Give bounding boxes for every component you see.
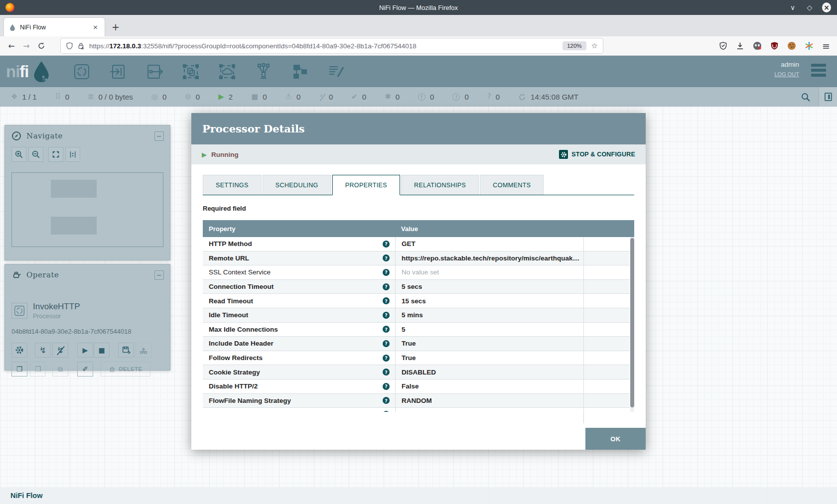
status-count: 1 / 1 [22,93,36,101]
property-name: Follow Redirects [209,354,263,362]
sidebar-toggle-icon [825,93,832,101]
help-icon[interactable]: ? [383,269,390,276]
not-transmitting-icon: ⊘ [185,93,191,101]
help-icon[interactable]: ? [383,326,390,333]
remote-process-group-icon[interactable] [218,63,236,81]
extension-cookie-icon[interactable] [787,41,796,50]
help-icon[interactable]: ? [383,355,390,362]
property-value[interactable]: False [402,382,419,390]
sidebar-toggle[interactable] [819,87,837,107]
help-icon[interactable]: ? [383,254,390,261]
back-icon[interactable]: ← [4,41,19,51]
property-value[interactable]: GET [402,240,416,248]
property-value[interactable]: 15 secs [402,297,426,305]
property-value[interactable]: 5 secs [402,283,422,290]
extension-mask-icon[interactable] [753,41,762,50]
birdseye-minimap[interactable] [11,172,163,247]
help-icon[interactable]: ? [383,383,390,390]
property-value[interactable]: RANDOM [402,397,432,404]
property-value[interactable]: True [402,340,416,347]
forward-icon[interactable]: → [19,41,34,51]
group-button[interactable]: ⧉ [52,362,68,377]
paste-button[interactable]: ❒ [30,362,46,377]
zoom-in-button[interactable] [11,147,26,162]
sync-failure-icon: ? [487,93,491,101]
create-template-button[interactable] [118,343,134,358]
help-icon[interactable]: ? [383,340,390,347]
collapse-icon[interactable]: − [154,131,164,141]
property-value[interactable]: https://repo.stackable.tech/repository/m… [402,254,579,262]
processor-icon[interactable] [73,63,91,81]
tab-settings[interactable]: SETTINGS [203,175,262,195]
table-scrollbar[interactable] [630,237,634,412]
extension-asterisk-icon[interactable] [805,41,814,50]
reload-icon[interactable] [34,42,49,50]
breadcrumb[interactable]: NiFi Flow [10,492,42,500]
zoom-out-button[interactable] [28,147,43,162]
breadcrumb-bar: NiFi Flow [0,487,837,504]
property-name: Idle Timeout [209,311,248,319]
color-button[interactable]: ✐ [77,362,93,377]
upload-template-button[interactable] [136,343,151,358]
bolt-icon: ↯ [39,345,46,355]
help-icon[interactable]: ? [383,312,390,319]
new-tab-icon[interactable]: + [112,21,120,32]
tab-close-icon[interactable]: × [91,23,100,31]
collapse-icon[interactable]: − [154,270,164,280]
help-icon[interactable]: ? [383,283,390,290]
property-value[interactable]: True [402,354,416,362]
help-icon[interactable]: ? [383,297,390,304]
scrollbar-thumb[interactable] [630,238,634,407]
extension-ublock-icon[interactable] [770,41,779,50]
start-button[interactable]: ▶ [77,343,93,358]
disable-button[interactable]: ↯ [52,343,68,358]
tab-relationships[interactable]: RELATIONSHIPS [401,175,479,195]
property-value[interactable]: DISABLED [402,369,436,376]
help-icon[interactable]: ? [383,411,390,412]
help-icon[interactable]: ? [383,397,390,404]
tab-properties[interactable]: PROPERTIES [332,175,400,195]
nifi-header: nifi admin LOG OUT [0,56,837,87]
copy-button[interactable]: ❐ [11,362,27,377]
search-icon[interactable] [801,92,811,102]
help-icon[interactable]: ? [383,241,390,248]
property-value[interactable]: 5 mins [402,311,423,319]
stop-button[interactable]: ■ [94,343,110,358]
zoom-fit-button[interactable] [48,147,63,162]
label-icon[interactable] [327,63,345,81]
protections-shield-icon[interactable] [719,41,727,50]
page-zoom-badge[interactable]: 120% [562,41,586,50]
downloads-icon[interactable] [736,41,744,50]
tab-comments[interactable]: COMMENTS [480,175,544,195]
maximize-icon[interactable]: ◇ [805,3,814,11]
enable-button[interactable]: ↯ [35,343,51,358]
lock-icon[interactable] [77,42,85,50]
tab-scheduling[interactable]: SCHEDULING [263,175,331,195]
permissions-shield-icon[interactable] [66,42,73,50]
delete-button[interactable]: DELETE [101,362,150,377]
browser-tab[interactable]: NiFi Flow × [4,18,105,36]
bookmark-star-icon[interactable]: ☆ [591,41,598,50]
help-icon[interactable]: ? [383,369,390,376]
selected-component-icon [11,303,27,319]
logout-link[interactable]: LOG OUT [774,71,799,77]
template-icon[interactable] [291,63,309,81]
funnel-icon[interactable] [255,63,273,81]
table-header: Property Value [203,220,634,237]
configure-button[interactable] [11,343,27,358]
menu-icon[interactable]: ≡ [822,40,830,51]
global-menu-icon[interactable] [811,64,826,79]
zoom-actual-button[interactable]: |:| [65,147,80,162]
property-value[interactable]: No value set [402,408,439,412]
property-value[interactable]: No value set [402,268,439,276]
output-port-icon[interactable] [145,63,163,81]
url-bar[interactable]: https://172.18.0.3:32558/nifi/?processGr… [61,38,603,53]
close-icon[interactable]: × [822,2,831,12]
refresh-icon[interactable] [518,93,526,101]
process-group-icon[interactable] [182,63,200,81]
minimize-icon[interactable]: ∨ [788,3,797,11]
property-value[interactable]: 5 [402,326,406,333]
ok-button[interactable]: OK [585,428,646,450]
input-port-icon[interactable] [109,63,127,81]
stop-and-configure-button[interactable]: STOP & CONFIGURE [559,150,635,159]
